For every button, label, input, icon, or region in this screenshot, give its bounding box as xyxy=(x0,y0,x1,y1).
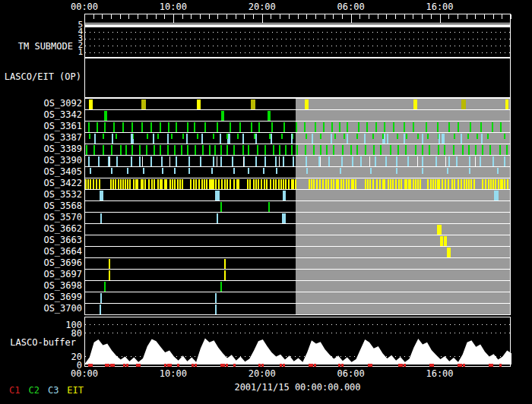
os-row-OS_3405[interactable] xyxy=(85,166,510,178)
lasco-eit-op-panel[interactable] xyxy=(84,58,511,98)
os-row-OS_3663[interactable] xyxy=(85,235,510,246)
os-row-OS_3092[interactable] xyxy=(85,98,510,109)
event-tick xyxy=(188,156,190,166)
event-tick xyxy=(384,179,385,189)
event-tick xyxy=(447,168,448,174)
os-row-OS_3390[interactable] xyxy=(85,155,510,166)
event-tick xyxy=(417,134,419,139)
event-tick xyxy=(404,134,405,144)
hour-tick xyxy=(386,14,387,19)
c1-mark xyxy=(177,364,179,367)
event-tick xyxy=(283,122,285,132)
event-tick xyxy=(467,134,469,139)
event-tick xyxy=(264,156,266,166)
event-tick xyxy=(312,134,313,144)
event-tick xyxy=(213,179,214,189)
event-tick xyxy=(466,179,467,189)
event-tick xyxy=(487,134,489,139)
hour-tick xyxy=(164,14,165,19)
event-tick xyxy=(157,134,159,139)
event-tick xyxy=(367,179,369,189)
hour-tick xyxy=(359,14,360,19)
lasco-buffer-panel[interactable] xyxy=(84,317,511,367)
event-tick xyxy=(407,156,409,166)
os-row-OS_3570[interactable] xyxy=(85,212,510,223)
event-tick xyxy=(249,179,251,189)
event-tick xyxy=(370,168,372,174)
event-tick xyxy=(283,179,284,189)
tm-submode-panel[interactable] xyxy=(84,23,511,58)
event-tick xyxy=(161,179,163,189)
event-tick xyxy=(390,145,391,155)
event-tick xyxy=(388,179,389,189)
event-tick xyxy=(333,179,334,189)
event-tick xyxy=(413,99,417,109)
event-tick xyxy=(255,156,257,166)
os-row-label: OS_3405 xyxy=(0,167,82,177)
event-tick xyxy=(427,179,429,189)
event-tick xyxy=(193,179,195,189)
os-row-OS_3422[interactable] xyxy=(85,178,510,189)
event-tick xyxy=(398,179,400,189)
os-row-OS_3342[interactable] xyxy=(85,109,510,121)
event-tick xyxy=(331,122,333,132)
os-row-OS_3697[interactable] xyxy=(85,269,510,280)
event-tick xyxy=(188,168,190,174)
os-row-label: OS_3697 xyxy=(0,270,82,279)
lasco-eit-op-label: LASCO/EIT (OP) xyxy=(0,72,81,82)
event-tick xyxy=(477,134,478,139)
event-tick xyxy=(273,145,274,155)
event-tick xyxy=(439,179,440,189)
os-row-OS_3532[interactable] xyxy=(85,189,510,200)
event-tick xyxy=(97,122,98,132)
hour-tick xyxy=(448,14,449,19)
c1-mark xyxy=(195,364,197,367)
os-row-OS_3664[interactable] xyxy=(85,246,510,257)
os-row-OS_3568[interactable] xyxy=(85,200,510,212)
os-row-OS_3699[interactable] xyxy=(85,292,510,303)
event-tick xyxy=(376,179,378,189)
event-tick xyxy=(440,236,443,246)
os-row-OS_3696[interactable] xyxy=(85,257,510,269)
event-tick xyxy=(454,179,455,189)
event-tick xyxy=(131,156,132,166)
event-tick xyxy=(111,168,112,174)
event-tick xyxy=(251,99,255,109)
event-tick xyxy=(387,134,388,144)
event-tick xyxy=(154,179,155,189)
event-tick xyxy=(111,145,112,155)
event-tick xyxy=(422,145,423,155)
os-row-OS_3698[interactable] xyxy=(85,280,510,292)
c1-mark xyxy=(463,364,465,367)
event-tick xyxy=(125,179,126,189)
event-tick xyxy=(417,156,418,166)
event-tick xyxy=(405,145,407,155)
event-tick xyxy=(343,179,344,189)
os-row-OS_3700[interactable] xyxy=(85,303,510,314)
event-tick xyxy=(174,179,176,189)
event-tick xyxy=(288,179,290,189)
event-tick xyxy=(104,111,107,121)
c1-mark xyxy=(491,364,493,367)
os-row-OS_3361[interactable] xyxy=(85,121,510,132)
os-row-OS_3387[interactable] xyxy=(85,132,510,144)
event-tick xyxy=(306,156,307,166)
event-tick xyxy=(151,179,153,189)
event-tick xyxy=(113,122,115,132)
event-tick xyxy=(282,213,286,223)
event-tick xyxy=(469,168,470,174)
event-tick xyxy=(392,179,394,189)
tm-submode-level-line xyxy=(85,39,510,39)
event-tick xyxy=(187,122,188,132)
os-timeline-panel[interactable] xyxy=(84,98,511,315)
os-row-OS_3389[interactable] xyxy=(85,144,510,155)
os-row-OS_3662[interactable] xyxy=(85,223,510,235)
hour-tick xyxy=(333,14,334,19)
hour-tick xyxy=(467,14,467,19)
event-tick xyxy=(213,156,214,166)
event-tick xyxy=(220,134,221,144)
event-tick xyxy=(202,145,204,155)
event-tick xyxy=(226,179,228,189)
event-tick xyxy=(358,122,359,132)
event-tick xyxy=(131,145,133,155)
